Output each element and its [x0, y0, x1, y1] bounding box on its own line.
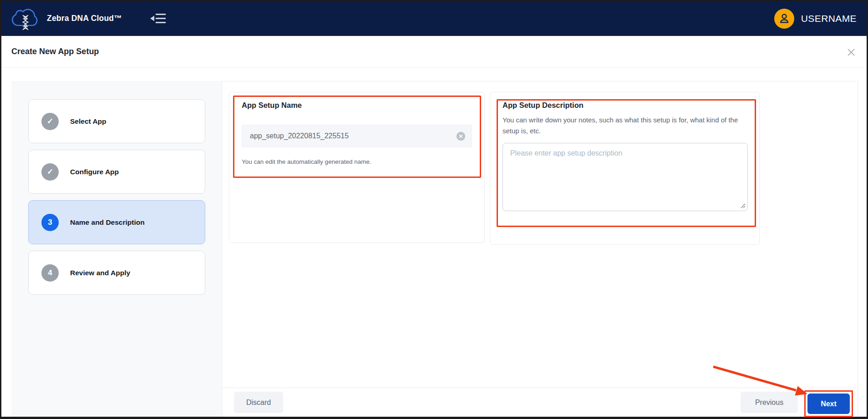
wizard-footer: Discard Previous Next — [222, 388, 858, 417]
step-label: Name and Description — [70, 218, 145, 227]
app-header: Zebra DNA Cloud™ USERNAME — [1, 1, 867, 36]
resize-handle-icon[interactable] — [740, 203, 746, 208]
close-icon[interactable] — [847, 48, 856, 57]
zebra-dna-cloud-logo-icon — [10, 6, 40, 34]
app-setup-name-input[interactable] — [250, 132, 456, 140]
step-4-number-badge: 4 — [41, 264, 59, 282]
name-section-title: App Setup Name — [242, 101, 472, 110]
step-2-check-icon: ✓ — [41, 163, 59, 181]
window-frame: Zebra DNA Cloud™ USERNAME Create New App… — [0, 0, 868, 419]
user-avatar[interactable] — [774, 9, 794, 29]
next-button[interactable]: Next — [807, 394, 850, 414]
wizard-main-panel: App Setup Name You can edit the automati… — [222, 81, 858, 417]
menu-collapse-icon[interactable] — [150, 12, 166, 25]
step-configure-app[interactable]: ✓ Configure App — [28, 150, 205, 194]
app-setup-name-field[interactable] — [242, 125, 472, 147]
person-icon — [778, 13, 790, 25]
username-label[interactable]: USERNAME — [801, 13, 857, 24]
step-label: Configure App — [70, 168, 119, 176]
wizard-content: App Setup Name You can edit the automati… — [222, 81, 858, 388]
highlight-box-next: Next — [804, 390, 853, 417]
wizard-stepper: ✓ Select App ✓ Configure App 3 Name and … — [11, 81, 222, 417]
dialog-title-bar: Create New App Setup — [1, 36, 867, 68]
clear-input-icon[interactable] — [456, 131, 466, 141]
app-setup-name-section: App Setup Name You can edit the automati… — [229, 92, 485, 243]
step-label: Review and Apply — [70, 269, 130, 277]
step-1-check-icon: ✓ — [41, 113, 59, 130]
previous-button[interactable]: Previous — [741, 392, 798, 413]
app-setup-description-textarea[interactable] — [503, 143, 748, 211]
description-section-title: App Setup Description — [503, 101, 747, 110]
name-helper-text: You can edit the automatically generated… — [242, 158, 472, 165]
app-setup-description-section: App Setup Description You can write down… — [490, 92, 760, 245]
dialog-title: Create New App Setup — [11, 47, 99, 56]
step-3-number-badge: 3 — [41, 214, 59, 231]
discard-button[interactable]: Discard — [234, 392, 283, 413]
app-title: Zebra DNA Cloud™ — [47, 14, 122, 23]
step-select-app[interactable]: ✓ Select App — [28, 99, 205, 143]
step-name-and-description[interactable]: 3 Name and Description — [28, 200, 205, 244]
description-hint-text: You can write down your notes, such as w… — [503, 115, 754, 136]
step-label: Select App — [70, 117, 107, 126]
step-review-and-apply[interactable]: 4 Review and Apply — [28, 251, 205, 295]
